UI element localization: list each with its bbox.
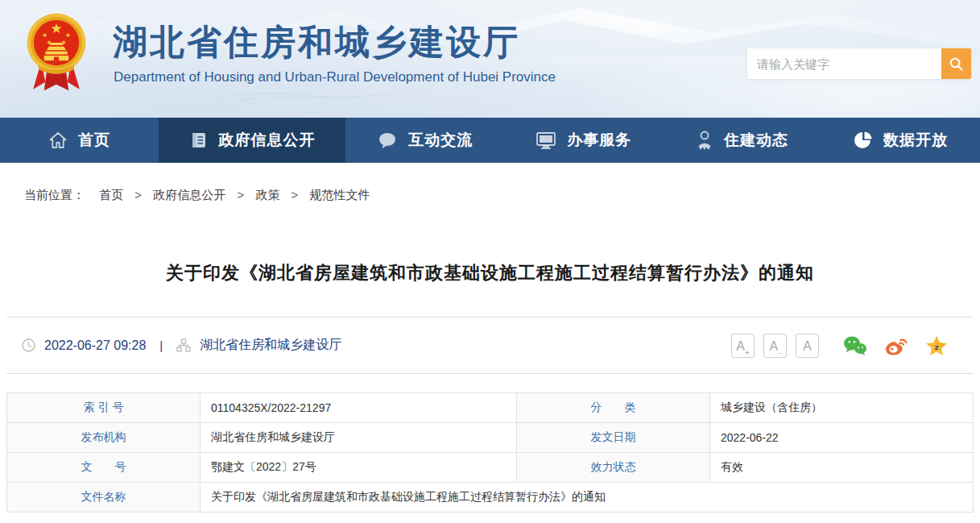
- table-row: 发布机构 湖北省住房和城乡建设厅 发文日期 2022-06-22: [7, 423, 974, 453]
- nav-item-home[interactable]: 首页: [0, 118, 159, 163]
- search-input[interactable]: [747, 48, 941, 79]
- cloud-decoration: [205, 89, 399, 102]
- search-box: [747, 48, 971, 79]
- wechat-icon[interactable]: [843, 335, 867, 356]
- info-label-issuing-agency: 发布机构: [7, 423, 201, 453]
- nav-item-interaction[interactable]: 互动交流: [345, 118, 504, 163]
- svg-text:★: ★: [51, 20, 63, 36]
- info-value-issue-date: 2022-06-22: [710, 423, 974, 453]
- weibo-icon[interactable]: [884, 335, 908, 356]
- font-decrease-button[interactable]: A-: [763, 334, 787, 358]
- svg-text:z: z: [934, 342, 938, 351]
- nav-item-label: 政府信息公开: [219, 130, 316, 151]
- publish-time: 2022-06-27 09:28: [44, 338, 146, 353]
- info-label-category: 分 类: [517, 393, 710, 423]
- breadcrumb-separator: >: [237, 188, 244, 201]
- main-nav: 首页 政府信息公开 互动交流 办事服务 住建动态 数据开放: [0, 118, 980, 163]
- nav-item-open-data[interactable]: 数据开放: [821, 118, 980, 163]
- document-icon: [189, 131, 209, 150]
- info-value-validity-status: 有效: [710, 453, 974, 483]
- breadcrumb-prefix: 当前位置：: [24, 188, 85, 201]
- article-meta: 2022-06-27 09:28 | 湖北省住房和城乡建设厅: [22, 337, 341, 354]
- search-button[interactable]: [941, 48, 971, 79]
- national-emblem-logo: ★ ★ ★ ★ ★: [26, 11, 87, 95]
- monitor-icon: [535, 131, 556, 150]
- info-value-category: 城乡建设（含住房）: [710, 393, 974, 423]
- info-label-index-number: 索 引 号: [7, 393, 201, 423]
- site-header: ★ ★ ★ ★ ★ 湖北省住房和城乡建设厅 Department of Hous…: [0, 0, 980, 118]
- site-title: 湖北省住房和城乡建设厅: [113, 19, 520, 66]
- meta-separator: |: [159, 338, 163, 352]
- nav-item-label: 互动交流: [408, 130, 473, 151]
- sitemap-icon: [176, 338, 191, 352]
- breadcrumb-item-normative-docs[interactable]: 规范性文件: [310, 188, 370, 201]
- share-bar: z: [843, 335, 948, 356]
- nav-item-news[interactable]: 住建动态: [663, 118, 821, 163]
- nav-item-label: 办事服务: [567, 130, 631, 151]
- article-meta-row: 2022-06-27 09:28 | 湖北省住房和城乡建设厅 A+ A- A z: [6, 318, 974, 373]
- font-increase-button[interactable]: A+: [731, 334, 755, 358]
- table-row: 索 引 号 01104325X/2022-21297 分 类 城乡建设（含住房）: [7, 393, 974, 423]
- info-label-issue-date: 发文日期: [517, 423, 710, 453]
- table-row: 文 号 鄂建文〔2022〕27号 效力状态 有效: [7, 453, 974, 483]
- info-value-issuing-agency: 湖北省住房和城乡建设厅: [201, 423, 517, 453]
- breadcrumb-item-gov-info[interactable]: 政府信息公开: [153, 188, 225, 201]
- nav-item-label: 首页: [78, 130, 110, 151]
- document-info-table: 索 引 号 01104325X/2022-21297 分 类 城乡建设（含住房）…: [6, 392, 974, 513]
- article-source: 湖北省住房和城乡建设厅: [200, 337, 341, 354]
- divider: [6, 373, 974, 374]
- clock-icon: [22, 338, 35, 352]
- nav-item-label: 住建动态: [724, 130, 788, 151]
- home-icon: [48, 131, 68, 150]
- chat-bubble-icon: [377, 131, 398, 150]
- article-title: 关于印发《湖北省房屋建筑和市政基础设施工程施工过程结算暂行办法》的通知: [0, 261, 980, 285]
- nav-item-services[interactable]: 办事服务: [504, 118, 663, 163]
- font-reset-button[interactable]: A: [796, 334, 819, 358]
- nav-item-label: 数据开放: [883, 130, 948, 151]
- info-label-doc-number: 文 号: [7, 453, 201, 483]
- article-tools: A+ A- A z: [722, 334, 974, 358]
- info-label-doc-title: 文件名称: [7, 483, 201, 513]
- breadcrumb: 当前位置： 首页 > 政府信息公开 > 政策 > 规范性文件: [0, 163, 980, 203]
- breadcrumb-item-policy[interactable]: 政策: [255, 188, 279, 201]
- person-badge-icon: [696, 130, 713, 151]
- breadcrumb-separator: >: [292, 188, 299, 201]
- breadcrumb-item-home[interactable]: 首页: [99, 188, 123, 201]
- search-icon: [949, 56, 964, 72]
- qzone-icon[interactable]: z: [925, 335, 948, 356]
- info-value-index-number: 01104325X/2022-21297: [201, 393, 517, 423]
- breadcrumb-separator: >: [134, 188, 142, 201]
- nav-item-gov-info[interactable]: 政府信息公开: [159, 118, 345, 163]
- pie-chart-icon: [854, 131, 873, 150]
- table-row: 文件名称 关于印发《湖北省房屋建筑和市政基础设施工程施工过程结算暂行办法》的通知: [7, 483, 974, 513]
- info-value-doc-title: 关于印发《湖北省房屋建筑和市政基础设施工程施工过程结算暂行办法》的通知: [201, 483, 974, 513]
- site-subtitle: Department of Housing and Urban-Rural De…: [114, 69, 556, 85]
- info-label-validity-status: 效力状态: [517, 453, 710, 483]
- info-value-doc-number: 鄂建文〔2022〕27号: [201, 453, 517, 483]
